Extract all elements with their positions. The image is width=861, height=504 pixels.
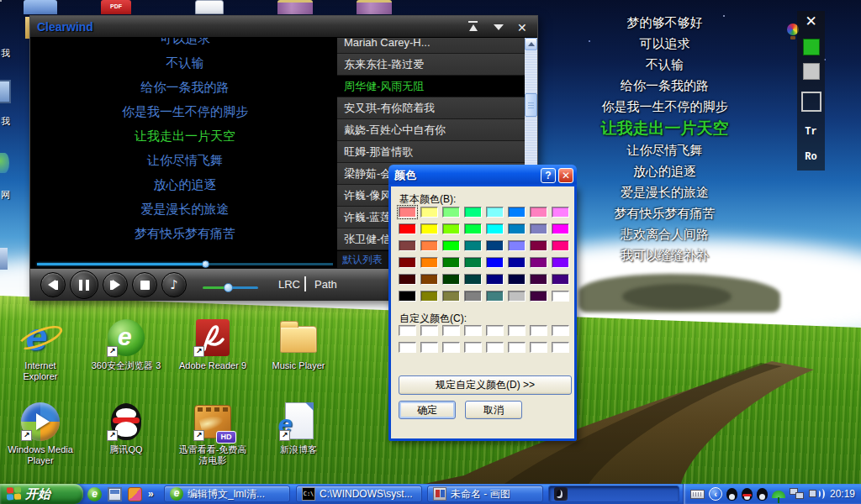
taskbar-task-console[interactable]: C:\ C:\WINDOWS\syst...	[296, 486, 422, 502]
lyrics-transparency-button[interactable]: Tr	[805, 126, 816, 138]
playlist-row[interactable]: 东来东往-路过爱	[337, 54, 525, 76]
show-desktop-icon[interactable]	[108, 487, 122, 501]
playlist-row[interactable]: 周华健-风雨无阻	[337, 76, 525, 97]
partial-globe-icon[interactable]	[0, 153, 9, 173]
partial-desktop-icon[interactable]	[0, 248, 8, 270]
color-swatch[interactable]	[486, 223, 504, 234]
volume-thumb[interactable]	[224, 283, 233, 292]
custom-color-swatch[interactable]	[508, 325, 526, 336]
color-swatch[interactable]	[442, 207, 460, 218]
color-swatch[interactable]	[530, 257, 547, 268]
lyrics-color-green-swatch[interactable]	[803, 39, 820, 55]
desktop-icon-xunlei[interactable]: HD↗ 迅雷看看-免费高 清电影	[172, 402, 253, 466]
always-on-top-button[interactable]	[467, 20, 480, 34]
partial-desktop-icon[interactable]	[195, 0, 224, 14]
color-swatch[interactable]	[442, 223, 460, 234]
tray-collapse-chevron-icon[interactable]: ‹	[709, 487, 722, 501]
desktop-icon-qq[interactable]: ↗ 腾讯QQ	[86, 402, 166, 455]
partial-monitor-icon[interactable]	[0, 80, 11, 103]
color-swatch[interactable]	[552, 274, 569, 285]
quicklaunch-overflow-chevron[interactable]: »	[148, 488, 154, 500]
desktop-icon-360-browser[interactable]: e↗ 360安全浏览器 3	[86, 318, 166, 371]
color-swatch[interactable]	[420, 274, 438, 285]
custom-color-swatch[interactable]	[508, 342, 526, 353]
color-swatch[interactable]	[552, 207, 569, 218]
taskbar-task-clearwind[interactable]	[548, 486, 679, 502]
cancel-button[interactable]: 取消	[465, 401, 522, 419]
color-swatch[interactable]	[442, 240, 460, 251]
path-button[interactable]: Path	[314, 278, 337, 291]
custom-color-swatch[interactable]	[399, 325, 416, 336]
dialog-close-button[interactable]: ✕	[558, 168, 573, 183]
color-swatch[interactable]	[486, 257, 504, 268]
color-swatch[interactable]	[442, 291, 460, 302]
minimize-button[interactable]	[492, 20, 505, 34]
custom-color-swatch[interactable]	[442, 342, 460, 353]
lyrics-close-button[interactable]: ✕	[805, 14, 816, 29]
color-swatch[interactable]	[508, 207, 526, 218]
color-swatch[interactable]	[399, 274, 416, 285]
color-swatch[interactable]	[530, 207, 547, 218]
next-button[interactable]	[103, 272, 128, 297]
pause-button[interactable]	[70, 270, 98, 299]
color-swatch[interactable]	[508, 274, 526, 285]
color-swatch[interactable]	[508, 223, 526, 234]
custom-color-swatch[interactable]	[399, 342, 416, 353]
color-swatch[interactable]	[420, 223, 438, 234]
color-swatch[interactable]	[552, 291, 569, 302]
color-swatch[interactable]	[442, 257, 460, 268]
stop-button[interactable]	[132, 272, 157, 297]
custom-color-swatch[interactable]	[552, 325, 569, 336]
volume-slider[interactable]	[203, 283, 258, 293]
color-swatch[interactable]	[486, 274, 504, 285]
qq-tray-icon[interactable]	[742, 488, 753, 501]
keyboard-tray-icon[interactable]	[690, 490, 705, 499]
quicklaunch-360-browser-icon[interactable]: e	[87, 487, 102, 501]
desktop-icon-sina-blog[interactable]: e↗ 新浪博客	[258, 402, 339, 455]
color-swatch[interactable]	[399, 207, 416, 218]
color-swatch[interactable]	[508, 257, 526, 268]
scroll-up-button[interactable]	[525, 38, 537, 50]
360-umbrella-tray-icon[interactable]	[772, 491, 785, 498]
custom-color-swatch[interactable]	[530, 325, 547, 336]
color-swatch[interactable]	[464, 257, 482, 268]
custom-color-swatch[interactable]	[486, 325, 504, 336]
start-button[interactable]: 开始	[0, 484, 83, 504]
color-swatch[interactable]	[420, 291, 438, 302]
desktop-icon-music-player[interactable]: Music Player	[258, 318, 339, 371]
color-swatch[interactable]	[399, 223, 416, 234]
color-swatch[interactable]	[420, 240, 438, 251]
playlist-row[interactable]: 旺姆-那首情歌	[337, 141, 525, 163]
progress-thumb[interactable]	[202, 260, 209, 268]
color-swatch[interactable]	[399, 240, 416, 251]
color-swatch[interactable]	[442, 274, 460, 285]
player-titlebar[interactable]: Clearwind ✕	[30, 16, 537, 38]
custom-color-swatch[interactable]	[552, 342, 569, 353]
custom-color-swatch[interactable]	[486, 342, 504, 353]
network-tray-icon[interactable]	[790, 488, 805, 500]
help-button[interactable]: ?	[541, 168, 556, 183]
volume-tray-icon[interactable]	[809, 488, 824, 500]
color-swatch[interactable]	[464, 207, 482, 218]
color-swatch[interactable]	[552, 240, 569, 251]
color-swatch[interactable]	[464, 223, 482, 234]
color-swatch[interactable]	[530, 291, 547, 302]
penguin-tray-icon[interactable]	[757, 488, 768, 501]
desktop-icon-windows-media-player[interactable]: ↗ Windows Media Player	[0, 402, 81, 466]
color-swatch[interactable]	[399, 291, 416, 302]
dialog-titlebar[interactable]: 颜色 ? ✕	[388, 165, 577, 186]
color-swatch[interactable]	[530, 240, 547, 251]
ok-button[interactable]: 确定	[399, 401, 456, 419]
taskbar-clock[interactable]: 20:19	[830, 488, 855, 500]
custom-color-swatch[interactable]	[464, 325, 482, 336]
playlist-row[interactable]: Mariah Carey-H...	[337, 38, 525, 54]
partial-desktop-icon[interactable]	[24, 0, 57, 14]
color-swatch[interactable]	[486, 207, 504, 218]
color-swatch[interactable]	[530, 223, 547, 234]
color-swatch[interactable]	[508, 240, 526, 251]
playlist-row[interactable]: 戴娆-百姓心中自有你	[337, 119, 525, 141]
color-swatch[interactable]	[486, 240, 504, 251]
color-swatch[interactable]	[486, 291, 504, 302]
custom-color-swatch[interactable]	[420, 325, 438, 336]
color-swatch[interactable]	[530, 274, 547, 285]
